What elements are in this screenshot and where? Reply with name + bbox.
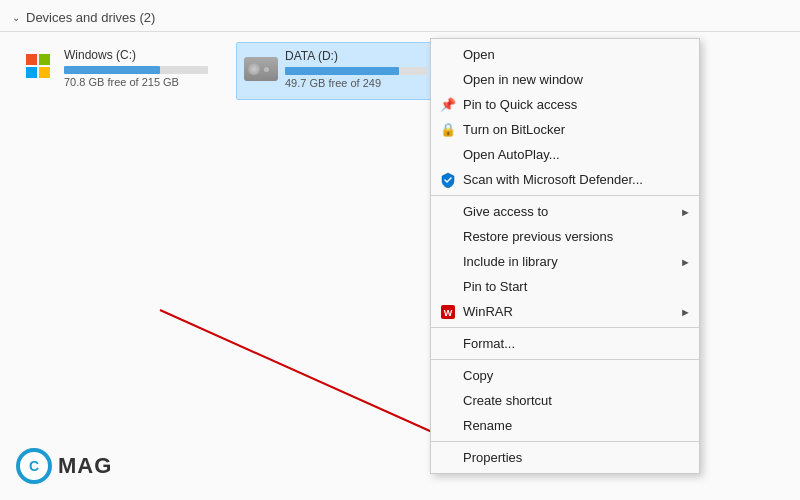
bitlocker-icon: 🔒: [439, 121, 457, 139]
menu-give-access[interactable]: Give access to ►: [431, 199, 699, 224]
svg-text:W: W: [444, 308, 453, 318]
windows-drive-bar: [64, 66, 160, 74]
data-drive-free: 49.7 GB free of 249: [285, 77, 427, 89]
menu-rename-label: Rename: [463, 418, 512, 433]
menu-pin-start[interactable]: Pin to Start: [431, 274, 699, 299]
menu-create-shortcut-label: Create shortcut: [463, 393, 552, 408]
pin-quick-access-icon: 📌: [439, 96, 457, 114]
data-drive-name: DATA (D:): [285, 49, 427, 63]
menu-copy[interactable]: Copy: [431, 363, 699, 388]
menu-defender-label: Scan with Microsoft Defender...: [463, 172, 643, 187]
separator-4: [431, 441, 699, 442]
menu-open-label: Open: [463, 47, 495, 62]
menu-format-label: Format...: [463, 336, 515, 351]
menu-rename[interactable]: Rename: [431, 413, 699, 438]
menu-autoplay-label: Open AutoPlay...: [463, 147, 560, 162]
cmag-text: MAG: [58, 453, 112, 479]
menu-winrar[interactable]: W WinRAR ►: [431, 299, 699, 324]
separator-3: [431, 359, 699, 360]
data-drive-bar: [285, 67, 399, 75]
svg-rect-0: [26, 54, 37, 65]
svg-rect-2: [26, 67, 37, 78]
include-library-arrow-icon: ►: [680, 256, 691, 268]
windows-drive-name: Windows (C:): [64, 48, 208, 62]
data-bar-container: [285, 67, 427, 75]
menu-include-library-label: Include in library: [463, 254, 558, 269]
menu-restore-versions[interactable]: Restore previous versions: [431, 224, 699, 249]
windows-drive-info: Windows (C:) 70.8 GB free of 215 GB: [64, 48, 208, 88]
cmag-circle-letter: C: [29, 458, 39, 474]
menu-create-shortcut[interactable]: Create shortcut: [431, 388, 699, 413]
menu-open[interactable]: Open: [431, 42, 699, 67]
separator-2: [431, 327, 699, 328]
menu-autoplay[interactable]: Open AutoPlay...: [431, 142, 699, 167]
section-header: ⌄ Devices and drives (2): [0, 0, 800, 32]
context-menu: Open Open in new window 📌 Pin to Quick a…: [430, 38, 700, 474]
menu-properties[interactable]: Properties: [431, 445, 699, 470]
chevron-icon: ⌄: [12, 12, 20, 23]
give-access-arrow-icon: ►: [680, 206, 691, 218]
menu-winrar-label: WinRAR: [463, 304, 513, 319]
menu-pin-quick-access-label: Pin to Quick access: [463, 97, 577, 112]
svg-line-7: [160, 310, 450, 440]
file-explorer: ⌄ Devices and drives (2) Windows (C:): [0, 0, 800, 500]
winrar-icon: W: [439, 303, 457, 321]
menu-properties-label: Properties: [463, 450, 522, 465]
winrar-arrow-icon: ►: [680, 306, 691, 318]
cmag-logo: C MAG: [16, 448, 112, 484]
separator-1: [431, 195, 699, 196]
menu-include-library[interactable]: Include in library ►: [431, 249, 699, 274]
menu-open-new-window-label: Open in new window: [463, 72, 583, 87]
drive-windows-c[interactable]: Windows (C:) 70.8 GB free of 215 GB: [16, 42, 216, 100]
menu-format[interactable]: Format...: [431, 331, 699, 356]
data-drive-icon: [245, 53, 277, 85]
windows-drive-free: 70.8 GB free of 215 GB: [64, 76, 208, 88]
windows-drive-icon: [24, 52, 56, 84]
menu-pin-start-label: Pin to Start: [463, 279, 527, 294]
menu-open-new-window[interactable]: Open in new window: [431, 67, 699, 92]
svg-rect-3: [39, 67, 50, 78]
menu-defender[interactable]: Scan with Microsoft Defender...: [431, 167, 699, 192]
svg-rect-1: [39, 54, 50, 65]
section-title: Devices and drives (2): [26, 10, 155, 25]
data-drive-info: DATA (D:) 49.7 GB free of 249: [285, 49, 427, 89]
menu-pin-quick-access[interactable]: 📌 Pin to Quick access: [431, 92, 699, 117]
defender-icon: [439, 171, 457, 189]
menu-bitlocker-label: Turn on BitLocker: [463, 122, 565, 137]
menu-give-access-label: Give access to: [463, 204, 548, 219]
cmag-circle-icon: C: [16, 448, 52, 484]
menu-copy-label: Copy: [463, 368, 493, 383]
drive-data-d[interactable]: DATA (D:) 49.7 GB free of 249: [236, 42, 436, 100]
windows-bar-container: [64, 66, 208, 74]
menu-bitlocker[interactable]: 🔒 Turn on BitLocker: [431, 117, 699, 142]
menu-restore-versions-label: Restore previous versions: [463, 229, 613, 244]
